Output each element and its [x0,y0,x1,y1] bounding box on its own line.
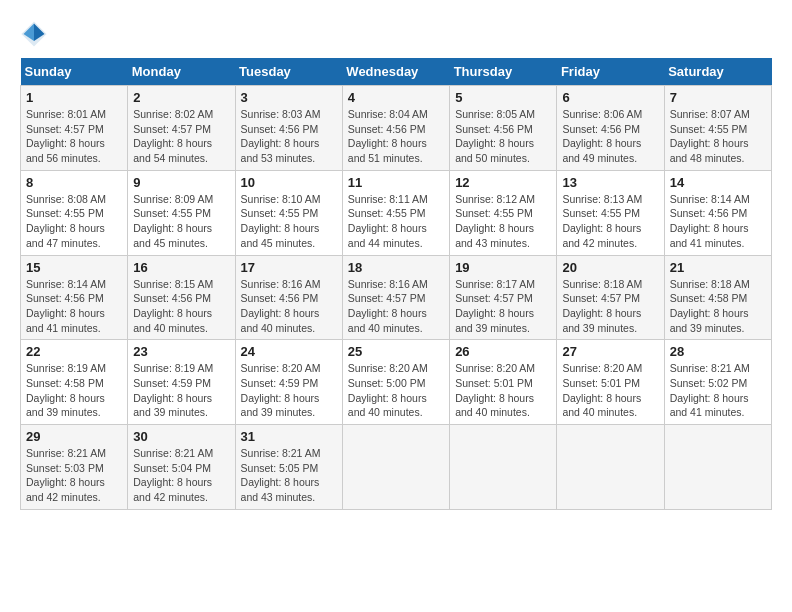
calendar-cell-3-2: 16 Sunrise: 8:15 AM Sunset: 4:56 PM Dayl… [128,255,235,340]
day-number: 26 [455,344,551,359]
calendar-cell-1-3: 3 Sunrise: 8:03 AM Sunset: 4:56 PM Dayli… [235,86,342,171]
calendar-header-saturday: Saturday [664,58,771,86]
day-info: Sunrise: 8:18 AM Sunset: 4:58 PM Dayligh… [670,277,766,336]
day-info: Sunrise: 8:07 AM Sunset: 4:55 PM Dayligh… [670,107,766,166]
day-info: Sunrise: 8:14 AM Sunset: 4:56 PM Dayligh… [26,277,122,336]
day-info: Sunrise: 8:19 AM Sunset: 4:58 PM Dayligh… [26,361,122,420]
day-number: 9 [133,175,229,190]
day-info: Sunrise: 8:02 AM Sunset: 4:57 PM Dayligh… [133,107,229,166]
logo-icon [20,20,48,48]
day-info: Sunrise: 8:13 AM Sunset: 4:55 PM Dayligh… [562,192,658,251]
calendar-cell-3-1: 15 Sunrise: 8:14 AM Sunset: 4:56 PM Dayl… [21,255,128,340]
calendar-cell-4-1: 22 Sunrise: 8:19 AM Sunset: 4:58 PM Dayl… [21,340,128,425]
calendar-cell-1-5: 5 Sunrise: 8:05 AM Sunset: 4:56 PM Dayli… [450,86,557,171]
day-info: Sunrise: 8:06 AM Sunset: 4:56 PM Dayligh… [562,107,658,166]
day-number: 16 [133,260,229,275]
day-info: Sunrise: 8:14 AM Sunset: 4:56 PM Dayligh… [670,192,766,251]
calendar-header-row: SundayMondayTuesdayWednesdayThursdayFrid… [21,58,772,86]
calendar-header-friday: Friday [557,58,664,86]
day-info: Sunrise: 8:20 AM Sunset: 5:01 PM Dayligh… [455,361,551,420]
day-number: 19 [455,260,551,275]
day-number: 28 [670,344,766,359]
calendar-header-monday: Monday [128,58,235,86]
day-info: Sunrise: 8:21 AM Sunset: 5:03 PM Dayligh… [26,446,122,505]
day-number: 29 [26,429,122,444]
day-info: Sunrise: 8:03 AM Sunset: 4:56 PM Dayligh… [241,107,337,166]
day-number: 23 [133,344,229,359]
day-info: Sunrise: 8:18 AM Sunset: 4:57 PM Dayligh… [562,277,658,336]
calendar-cell-4-5: 26 Sunrise: 8:20 AM Sunset: 5:01 PM Dayl… [450,340,557,425]
day-info: Sunrise: 8:11 AM Sunset: 4:55 PM Dayligh… [348,192,444,251]
calendar-cell-5-7 [664,425,771,510]
day-info: Sunrise: 8:04 AM Sunset: 4:56 PM Dayligh… [348,107,444,166]
day-info: Sunrise: 8:08 AM Sunset: 4:55 PM Dayligh… [26,192,122,251]
day-number: 6 [562,90,658,105]
calendar-cell-5-2: 30 Sunrise: 8:21 AM Sunset: 5:04 PM Dayl… [128,425,235,510]
calendar-cell-4-7: 28 Sunrise: 8:21 AM Sunset: 5:02 PM Dayl… [664,340,771,425]
day-info: Sunrise: 8:12 AM Sunset: 4:55 PM Dayligh… [455,192,551,251]
calendar-cell-3-6: 20 Sunrise: 8:18 AM Sunset: 4:57 PM Dayl… [557,255,664,340]
calendar-cell-2-4: 11 Sunrise: 8:11 AM Sunset: 4:55 PM Dayl… [342,170,449,255]
day-info: Sunrise: 8:05 AM Sunset: 4:56 PM Dayligh… [455,107,551,166]
day-number: 8 [26,175,122,190]
day-number: 27 [562,344,658,359]
day-number: 30 [133,429,229,444]
calendar-cell-3-5: 19 Sunrise: 8:17 AM Sunset: 4:57 PM Dayl… [450,255,557,340]
day-number: 17 [241,260,337,275]
calendar-cell-4-6: 27 Sunrise: 8:20 AM Sunset: 5:01 PM Dayl… [557,340,664,425]
day-number: 22 [26,344,122,359]
calendar-cell-3-3: 17 Sunrise: 8:16 AM Sunset: 4:56 PM Dayl… [235,255,342,340]
calendar-cell-5-4 [342,425,449,510]
calendar-header-tuesday: Tuesday [235,58,342,86]
calendar-week-2: 8 Sunrise: 8:08 AM Sunset: 4:55 PM Dayli… [21,170,772,255]
page-header [20,20,772,48]
calendar-header-thursday: Thursday [450,58,557,86]
day-number: 14 [670,175,766,190]
day-number: 11 [348,175,444,190]
day-number: 25 [348,344,444,359]
calendar-cell-1-6: 6 Sunrise: 8:06 AM Sunset: 4:56 PM Dayli… [557,86,664,171]
calendar-cell-3-4: 18 Sunrise: 8:16 AM Sunset: 4:57 PM Dayl… [342,255,449,340]
day-info: Sunrise: 8:10 AM Sunset: 4:55 PM Dayligh… [241,192,337,251]
day-number: 7 [670,90,766,105]
day-number: 13 [562,175,658,190]
calendar-cell-2-6: 13 Sunrise: 8:13 AM Sunset: 4:55 PM Dayl… [557,170,664,255]
day-number: 2 [133,90,229,105]
day-number: 3 [241,90,337,105]
day-info: Sunrise: 8:16 AM Sunset: 4:57 PM Dayligh… [348,277,444,336]
calendar-cell-2-5: 12 Sunrise: 8:12 AM Sunset: 4:55 PM Dayl… [450,170,557,255]
day-number: 5 [455,90,551,105]
day-info: Sunrise: 8:15 AM Sunset: 4:56 PM Dayligh… [133,277,229,336]
calendar-week-3: 15 Sunrise: 8:14 AM Sunset: 4:56 PM Dayl… [21,255,772,340]
calendar-header-wednesday: Wednesday [342,58,449,86]
calendar-cell-2-1: 8 Sunrise: 8:08 AM Sunset: 4:55 PM Dayli… [21,170,128,255]
calendar-cell-4-3: 24 Sunrise: 8:20 AM Sunset: 4:59 PM Dayl… [235,340,342,425]
calendar-week-4: 22 Sunrise: 8:19 AM Sunset: 4:58 PM Dayl… [21,340,772,425]
day-info: Sunrise: 8:21 AM Sunset: 5:04 PM Dayligh… [133,446,229,505]
day-number: 24 [241,344,337,359]
calendar-cell-3-7: 21 Sunrise: 8:18 AM Sunset: 4:58 PM Dayl… [664,255,771,340]
calendar-week-1: 1 Sunrise: 8:01 AM Sunset: 4:57 PM Dayli… [21,86,772,171]
calendar-cell-4-4: 25 Sunrise: 8:20 AM Sunset: 5:00 PM Dayl… [342,340,449,425]
calendar-cell-1-4: 4 Sunrise: 8:04 AM Sunset: 4:56 PM Dayli… [342,86,449,171]
day-number: 15 [26,260,122,275]
day-number: 4 [348,90,444,105]
day-info: Sunrise: 8:21 AM Sunset: 5:05 PM Dayligh… [241,446,337,505]
calendar-cell-5-6 [557,425,664,510]
calendar-cell-2-7: 14 Sunrise: 8:14 AM Sunset: 4:56 PM Dayl… [664,170,771,255]
day-info: Sunrise: 8:20 AM Sunset: 5:01 PM Dayligh… [562,361,658,420]
calendar-cell-5-5 [450,425,557,510]
day-number: 21 [670,260,766,275]
day-number: 12 [455,175,551,190]
calendar-week-5: 29 Sunrise: 8:21 AM Sunset: 5:03 PM Dayl… [21,425,772,510]
day-number: 18 [348,260,444,275]
calendar-cell-4-2: 23 Sunrise: 8:19 AM Sunset: 4:59 PM Dayl… [128,340,235,425]
day-info: Sunrise: 8:20 AM Sunset: 5:00 PM Dayligh… [348,361,444,420]
day-info: Sunrise: 8:20 AM Sunset: 4:59 PM Dayligh… [241,361,337,420]
day-number: 1 [26,90,122,105]
day-number: 10 [241,175,337,190]
calendar-cell-1-7: 7 Sunrise: 8:07 AM Sunset: 4:55 PM Dayli… [664,86,771,171]
calendar-cell-5-3: 31 Sunrise: 8:21 AM Sunset: 5:05 PM Dayl… [235,425,342,510]
calendar-cell-2-2: 9 Sunrise: 8:09 AM Sunset: 4:55 PM Dayli… [128,170,235,255]
calendar-table: SundayMondayTuesdayWednesdayThursdayFrid… [20,58,772,510]
